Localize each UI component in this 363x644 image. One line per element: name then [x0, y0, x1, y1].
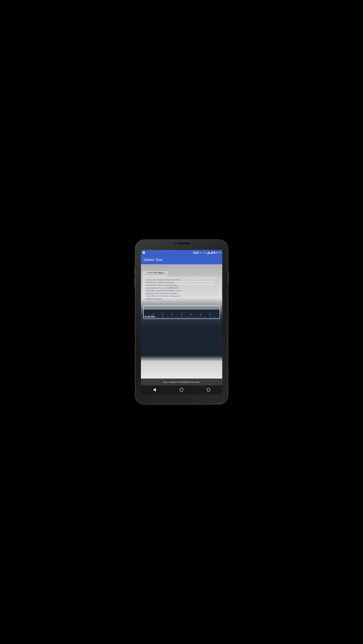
detection-box-dummy: Dummy Text: [143, 272, 167, 276]
detection-text-ruler: HnnII DHn: [145, 315, 156, 318]
camera-preview[interactable]: Dummy Text Far far away, behind the word…: [141, 264, 222, 378]
volume-down-button[interactable]: [134, 277, 135, 287]
notification-icon: [142, 251, 145, 254]
status-bar: VOLTE LTE: [141, 250, 222, 256]
volume-up-button[interactable]: [134, 267, 135, 274]
battery-fill: [214, 252, 215, 253]
recent-button[interactable]: [206, 387, 212, 393]
home-button[interactable]: [178, 387, 184, 393]
earpiece: [178, 243, 190, 244]
power-button[interactable]: [228, 272, 229, 282]
status-left: [142, 251, 145, 254]
hint-bar: Tap to capture. Pinch/Stretch to zoom: [141, 378, 222, 386]
battery-tip: [216, 252, 217, 253]
phone-device: VOLTE LTE: [136, 240, 228, 404]
front-camera: [174, 242, 176, 244]
navigation-bar: [141, 386, 222, 394]
status-right: VOLTE LTE: [193, 252, 221, 254]
detection-box-paragraph1: Far far away, behind the word mountains,…: [143, 277, 220, 298]
phone-top-decoration: [136, 242, 228, 244]
wifi-icon: [200, 252, 202, 254]
app-bar: Detect Text: [141, 256, 222, 264]
signal-icon-1: [207, 252, 210, 254]
app-title: Detect Text: [144, 258, 162, 262]
ocr-paragraph-text: Far far away, behind the word mountains,…: [144, 278, 219, 288]
hint-text: Tap to capture. Pinch/Stretch to zoom: [163, 381, 200, 383]
phone-screen: VOLTE LTE: [141, 250, 222, 394]
clock: 2:14: [217, 252, 221, 254]
lte-label: LTE: [203, 252, 206, 254]
volte-badge: VOLTE: [193, 252, 199, 254]
detection-box-ruler: // ticks will be generated by JS below 1…: [143, 305, 220, 319]
detection-text-dummy: Dummy Text: [144, 272, 155, 274]
home-icon: [180, 388, 183, 392]
back-button[interactable]: [151, 387, 158, 393]
signal-icon-2: [210, 252, 213, 254]
recent-icon: [207, 388, 210, 391]
back-icon: [153, 388, 156, 392]
battery-icon: [213, 252, 216, 254]
